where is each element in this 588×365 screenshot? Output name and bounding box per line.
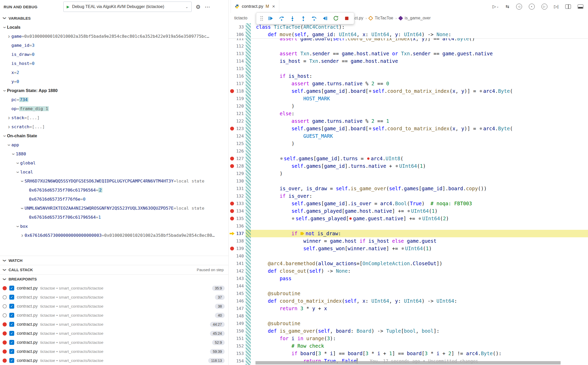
code-line-135[interactable]: 135 self.games_played[game.guest.native]…	[229, 215, 588, 222]
split-editor-icon[interactable]	[565, 4, 571, 9]
inline-breakpoint-dot-icon[interactable]	[349, 217, 352, 220]
breakpoint-checkbox[interactable]: ✓	[9, 322, 14, 327]
nav-forward-icon[interactable]: ▷	[541, 4, 547, 10]
callstack-section-header[interactable]: ❯ CALL STACK Paused on step	[0, 265, 228, 274]
variable-row[interactable]: ❯Program State: App 1880	[0, 86, 228, 95]
customize-layout-icon[interactable]	[578, 4, 583, 9]
breakpoint-gutter-icon[interactable]	[229, 157, 236, 161]
breakpoint-gutter-icon[interactable]	[229, 209, 236, 213]
step-over-button[interactable]	[277, 14, 286, 22]
variable-row[interactable]: ❯game_id = 3	[0, 41, 228, 50]
variable-row[interactable]: ❯local	[0, 168, 228, 177]
run-file-dropdown-icon[interactable]: ▷⌄	[493, 4, 499, 9]
code-line-144[interactable]: 144	[229, 282, 588, 290]
variable-row[interactable]: ❯app	[0, 140, 228, 149]
inline-breakpoint-dot-icon[interactable]	[402, 247, 404, 250]
code-line-130[interactable]: 130	[229, 177, 588, 185]
breakpoint-row[interactable]: ✓contract.pytictactoe • smart_contracts/…	[0, 311, 228, 320]
inline-breakpoint-dot-icon[interactable]	[367, 157, 370, 160]
code-line-114[interactable]: 114 is_host = Txn.sender == game.host.na…	[229, 57, 588, 65]
more-actions-icon[interactable]: ⋯	[205, 4, 210, 10]
breakpoint-checkbox[interactable]: ✓	[9, 358, 14, 363]
code-line-150[interactable]: 150 def is_game_over(self, board: Board)…	[229, 327, 588, 335]
code-line-119[interactable]: 119 HOST_MARK	[229, 95, 588, 102]
code-line-146[interactable]: 146 def coord_to_matrix_index(self, x: U…	[229, 297, 588, 305]
code-line-124[interactable]: 124 GUEST_MARK	[229, 132, 588, 140]
code-line-129[interactable]: 129 )	[229, 170, 588, 177]
watch-section-header[interactable]: ❯ WATCH	[0, 256, 228, 265]
horizontal-scrollbar[interactable]	[255, 361, 561, 364]
code-line-132[interactable]: 132 if is_over:	[229, 192, 588, 200]
code-line-149[interactable]: 149 @subroutine	[229, 320, 588, 327]
variable-row[interactable]: ❯box	[0, 222, 228, 231]
inline-breakpoint-dot-icon[interactable]	[369, 90, 371, 92]
breakpoint-row[interactable]: ✓contract.pytictactoe • smart_contracts/…	[0, 284, 228, 293]
tab-contract-py[interactable]: contract.py M ×	[231, 0, 279, 13]
breakpoint-checkbox[interactable]: ✓	[9, 304, 14, 309]
code-line-152[interactable]: 152 # Row check	[229, 342, 588, 350]
variable-row[interactable]: ❯is_host = 0	[0, 59, 228, 68]
stop-button[interactable]	[342, 14, 351, 22]
variable-row[interactable]: ❯Locals	[0, 23, 228, 32]
code-line-143[interactable]: 143 pass	[229, 275, 588, 282]
variable-row[interactable]: ❯op = frame_dig 1	[0, 104, 228, 113]
code-line-128[interactable]: 128 self.games[game_id].turns.native + U…	[229, 162, 588, 170]
code-line-121[interactable]: 121 else:	[229, 110, 588, 117]
code-line-148[interactable]: 148	[229, 312, 588, 320]
breakpoint-gutter-icon[interactable]	[229, 164, 236, 168]
code-line-33[interactable]: 33class TicTacToe(ARC4Contract):	[229, 23, 588, 31]
current-line-pointer-icon[interactable]	[229, 232, 236, 236]
code-line-147[interactable]: 147 return 3 * y + x	[229, 305, 588, 312]
step-into-button[interactable]	[288, 14, 297, 22]
inline-breakpoint-dot-icon[interactable]	[369, 127, 371, 130]
breakpoint-gutter-icon[interactable]	[229, 247, 236, 250]
variable-row[interactable]: ❯y = 0	[0, 77, 228, 86]
breakpoint-gutter-icon[interactable]	[229, 89, 236, 93]
variables-section-header[interactable]: ❯ VARIABLES	[0, 13, 228, 23]
code-line-120[interactable]: 120 )	[229, 102, 588, 110]
breakpoint-gutter-icon[interactable]	[229, 202, 236, 206]
breakpoint-checkbox[interactable]: ✓	[9, 313, 14, 318]
inline-breakpoint-dot-icon[interactable]	[480, 90, 482, 92]
code-line-127[interactable]: 127 self.games[game_id].turns = arc4.UIn…	[229, 155, 588, 162]
breakpoint-row[interactable]: ✓contract.pytictactoe • smart_contracts/…	[0, 347, 228, 356]
code-line-133[interactable]: 133 self.games[game_id].is_over = arc4.B…	[229, 200, 588, 207]
breakpoint-gutter-icon[interactable]	[229, 217, 236, 220]
breadcrumb-folder[interactable]: tictacto	[234, 16, 247, 20]
code-line-136[interactable]: 136	[229, 222, 588, 230]
code-line-106[interactable]: 106 def move(self, game_id: UInt64, x: U…	[229, 31, 588, 38]
variable-row[interactable]: ❯0x67616d65735f706c61796564 = 1	[0, 213, 228, 222]
breakpoint-row[interactable]: ✓contract.pytictactoe • smart_contracts/…	[0, 293, 228, 302]
breakpoint-row[interactable]: ✓contract.pytictactoe • smart_contracts/…	[0, 329, 228, 338]
close-icon[interactable]: ×	[272, 4, 275, 9]
code-line-115[interactable]: 115	[229, 65, 588, 72]
breadcrumb-class[interactable]: TicTacToe	[375, 16, 393, 20]
variable-row[interactable]: ❯pc = 734	[0, 95, 228, 104]
code-line-123[interactable]: 123 self.games[game_id].board[self.coord…	[229, 125, 588, 132]
code-line-126[interactable]: 126	[229, 147, 588, 155]
inline-breakpoint-dot-icon[interactable]	[419, 217, 421, 220]
code-line-125[interactable]: 125 )	[229, 140, 588, 147]
variable-row[interactable]: ❯game = 0x010000000102010002a358bf5bada9…	[0, 32, 228, 41]
breadcrumb-method[interactable]: is_game_over	[405, 16, 431, 20]
compare-changes-icon[interactable]: ⇆	[506, 4, 509, 9]
breakpoint-gutter-icon[interactable]	[229, 127, 236, 131]
breakpoint-checkbox[interactable]: ✓	[9, 331, 14, 336]
code-line-131[interactable]: 131 is_over, is_draw = self.is_game_over…	[229, 185, 588, 192]
variable-row[interactable]: ❯is_draw = 0	[0, 50, 228, 59]
variable-row[interactable]: ❯0x67616d6573000000000000000003 = 0x0100…	[0, 231, 228, 240]
start-debug-icon[interactable]: ▶	[67, 5, 70, 9]
step-out-button[interactable]	[299, 14, 308, 22]
variable-row[interactable]: ❯0x67616d65735f706c61796564 = 2	[0, 186, 228, 195]
breakpoint-checkbox[interactable]: ✓	[9, 349, 14, 354]
breakpoint-checkbox[interactable]: ✓	[9, 295, 14, 300]
variable-row[interactable]: ❯stack = [...]	[0, 113, 228, 122]
restart-button[interactable]	[331, 14, 341, 22]
gear-icon[interactable]: ⚙	[196, 4, 201, 10]
breakpoint-row[interactable]: ✓contract.pytictactoe • smart_contracts/…	[0, 320, 228, 329]
breakpoints-section-header[interactable]: ❯ BREAKPOINTS	[0, 274, 228, 284]
code-line-153[interactable]: 153 if board[3 * i] == board[3 * i + 1] …	[229, 350, 588, 357]
variable-row[interactable]: ❯1880	[0, 149, 228, 158]
inline-breakpoint-dot-icon[interactable]	[292, 217, 294, 220]
reverse-continue-button[interactable]	[320, 14, 330, 22]
